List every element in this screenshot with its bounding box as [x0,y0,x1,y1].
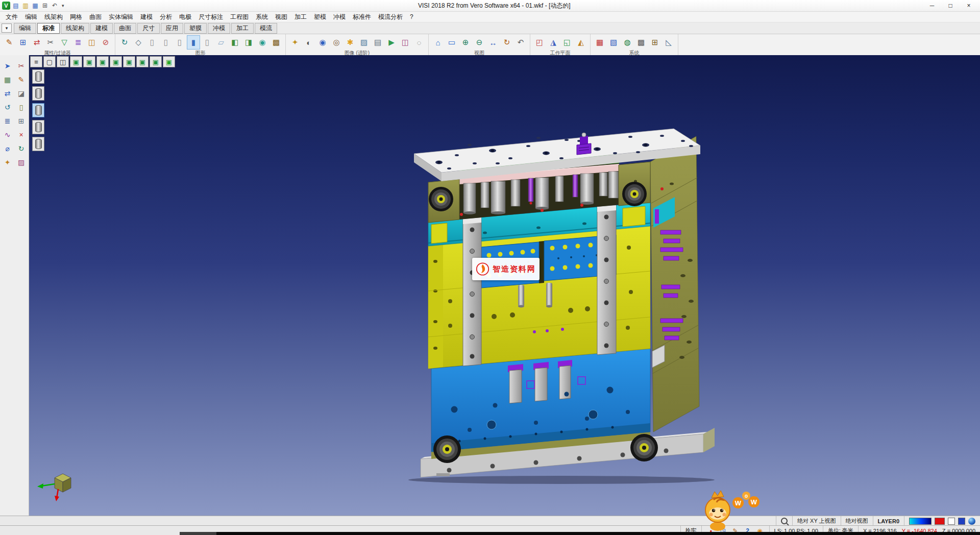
zoom-window-icon[interactable]: ▭ [445,35,458,50]
print-icon[interactable]: ⊞ [40,1,50,10]
tab-overflow-dropdown-icon[interactable]: ▾ [2,23,12,33]
clip-plane-icon[interactable]: ◨ [242,35,255,50]
view-mode-label[interactable]: 绝对视图 [841,516,873,526]
curve-icon[interactable]: ∿ [1,128,14,141]
menu-item[interactable]: 加工 [291,12,310,22]
shading-mode-4-icon[interactable]: ▮ [187,35,200,50]
current-layer-button[interactable]: LAYER0 [873,516,904,526]
menu-item[interactable]: 系统 [252,12,272,22]
duplicate-icon[interactable]: ⊞ [15,114,28,128]
color-table-icon[interactable]: ▦ [593,35,606,50]
mirror-icon[interactable]: ⇄ [1,87,14,100]
filter-wireframe-icon[interactable] [32,86,44,101]
menu-item[interactable]: 电极 [176,12,195,22]
transparency-icon[interactable]: ▱ [214,35,228,50]
trim-icon[interactable]: ✂ [15,59,28,72]
menu-item[interactable]: ? [406,13,417,21]
edit-attributes-icon[interactable]: ✎ [3,35,16,50]
menu-item[interactable]: 编辑 [21,12,41,22]
right-view-icon[interactable]: ▣ [110,56,122,67]
search-icon[interactable] [776,516,792,526]
background-icon[interactable]: ▨ [357,35,371,50]
menu-item[interactable]: 分析 [156,12,176,22]
light-icon[interactable]: ✱ [344,35,357,50]
sketch-icon[interactable]: ✎ [15,73,28,86]
workplane-entity-icon[interactable]: ◱ [560,35,574,50]
system-plane-icon[interactable]: ◺ [662,35,675,50]
swap-filter-icon[interactable]: ⇄ [30,35,43,50]
workspace-tab[interactable]: 加工 [231,23,254,34]
3d-viewport[interactable]: ≡▢◫▣▣▣▣▣▣▣▣ [29,55,980,516]
workplane-iso-icon[interactable]: ◮ [547,35,560,50]
workplane-standard-icon[interactable]: ◰ [533,35,546,50]
axonometric-view-icon[interactable]: ▣ [70,56,82,67]
copy-attributes-icon[interactable]: ⊞ [16,35,30,50]
menu-item[interactable]: 线架构 [41,12,66,22]
menu-item[interactable]: 实体编辑 [105,12,137,22]
menu-item[interactable]: 冲模 [330,12,349,22]
previous-view-icon[interactable]: ↶ [514,35,527,50]
save-icon[interactable]: ▦ [31,1,40,10]
animation-icon[interactable]: ▶ [385,35,398,50]
workspace-tab[interactable]: 曲面 [114,23,136,34]
menu-item[interactable]: 标准件 [349,12,375,22]
workplane-rotate-icon[interactable]: ◭ [574,35,587,50]
workspace-tab[interactable]: 冲模 [208,23,230,34]
snap-grid-icon[interactable]: ▦ [1,73,14,86]
workspace-tab[interactable]: 塑膜 [184,23,207,34]
workspace-tab[interactable]: 线架构 [61,23,89,34]
menu-item[interactable]: 视图 [272,12,291,22]
render-sphere-icon[interactable] [968,518,975,525]
back-view-icon[interactable]: ▣ [136,56,149,67]
view-menu-icon[interactable]: ≡ [30,56,42,67]
cut-filter-icon[interactable]: ✂ [44,35,57,50]
delete-icon[interactable]: × [15,128,28,141]
workspace-tab[interactable]: 应用 [161,23,183,34]
menu-item[interactable]: 文件 [2,12,21,22]
layer-list-icon[interactable]: ≣ [71,35,85,50]
undo-icon[interactable]: ↶ [50,1,59,10]
measure-icon[interactable]: ⌀ [1,142,14,155]
shading-mode-5-icon[interactable]: ▯ [201,35,214,50]
line-color-swatch[interactable] [958,518,965,525]
palette-icon[interactable]: ▨ [15,156,28,169]
viewport-split-icon[interactable]: ◫ [57,56,69,67]
color-gradient-swatch[interactable] [909,518,932,525]
viewport-single-icon[interactable]: ▢ [43,56,56,67]
minimize-button[interactable]: ─ [923,1,941,11]
dynamic-rotate-icon[interactable]: ▣ [163,56,175,67]
stereo-view-icon[interactable]: ◫ [399,35,412,50]
workspace-tab[interactable]: 模流 [255,23,277,34]
filter-solids-icon[interactable] [32,120,44,134]
shading-mode-1-icon[interactable]: ▯ [145,35,159,50]
grid-settings-icon[interactable]: ▩ [634,35,648,50]
material-icon[interactable]: ◉ [256,35,269,50]
maximize-button[interactable]: □ [941,1,960,11]
menu-item[interactable]: 网格 [66,12,86,22]
menu-item[interactable]: 模流分析 [375,12,406,22]
redraw-icon[interactable]: ↻ [118,35,131,50]
current-view-label[interactable]: 绝对 XY 上视图 [792,516,841,526]
shadow-icon[interactable]: ◐ [302,35,315,50]
render-settings-icon[interactable]: ◌ [412,35,426,50]
workspace-tab[interactable]: 尺寸 [137,23,160,34]
new-file-icon[interactable]: ▤ [11,1,20,10]
current-color-swatch[interactable] [935,518,945,525]
bookmark-icon[interactable]: ✦ [1,156,14,169]
close-button[interactable]: × [960,1,978,11]
rotate-view-icon[interactable]: ↻ [500,35,513,50]
shading-mode-3-icon[interactable]: ▯ [173,35,186,50]
zoom-out-icon[interactable]: ⊖ [473,35,486,50]
zoom-all-icon[interactable]: ⌂ [431,35,445,50]
mask-filter-icon[interactable]: ◫ [85,35,99,50]
line-style-icon[interactable]: ▧ [607,35,620,50]
menu-item[interactable]: 工程图 [227,12,252,22]
sheet-icon[interactable]: ▯ [15,101,28,114]
menu-item[interactable]: 尺寸标注 [195,12,227,22]
clear-filter-icon[interactable]: ⊘ [99,35,112,50]
calculator-icon[interactable]: ⊞ [648,35,662,50]
windows-taskbar-edge[interactable] [180,532,980,535]
filter-all-icon[interactable] [32,137,44,151]
erase-icon[interactable]: ◪ [15,87,28,100]
taskbar-button[interactable] [180,532,216,535]
